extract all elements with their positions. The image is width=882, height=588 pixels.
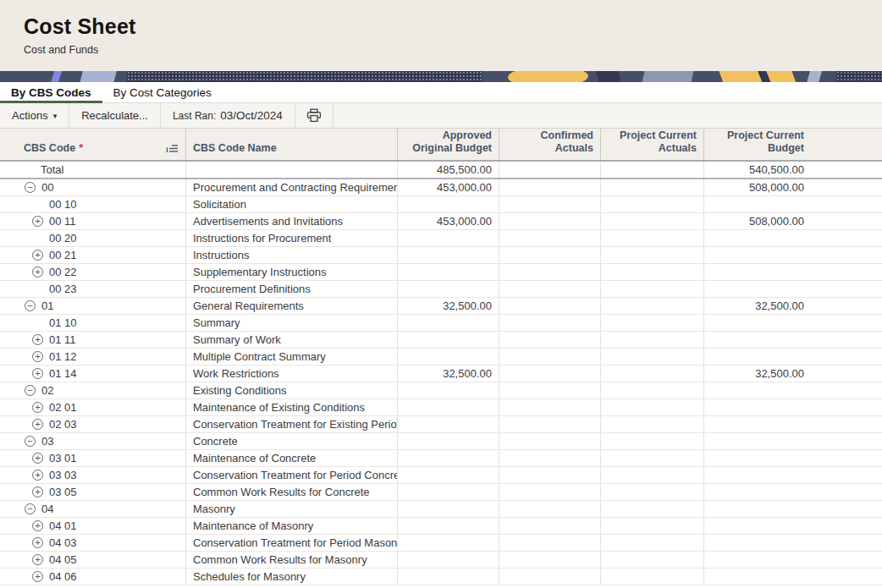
project-current-budget-cell [704, 450, 882, 466]
project-current-budget-cell [704, 535, 882, 551]
cbs-code-cell: 01 10 [0, 315, 186, 331]
cbs-code-cell: + 04 01 [0, 518, 186, 534]
tree-expand-icon[interactable]: + [32, 554, 43, 565]
table-row[interactable]: − 04 Masonry [0, 501, 882, 518]
cbs-code-name-cell: Conservation Treatment for Period Masonr… [186, 535, 398, 551]
cbs-code-cell: + 02 01 [0, 399, 186, 415]
tree-expand-icon[interactable]: + [32, 537, 43, 548]
tree-expand-icon[interactable]: + [32, 216, 43, 227]
approved-original-budget-cell [398, 501, 499, 517]
cbs-code-cell: + 03 01 [0, 450, 186, 466]
approved-original-budget-cell [398, 196, 499, 212]
tree-expand-icon[interactable]: + [32, 267, 43, 278]
table-row[interactable]: − 01 General Requirements 32,500.00 32,5… [0, 298, 882, 315]
tree-expand-icon[interactable]: + [32, 486, 43, 497]
table-row[interactable]: + 04 05 Common Work Results for Masonry [0, 552, 882, 569]
tree-collapse-icon[interactable]: − [25, 436, 36, 447]
table-row[interactable]: + 02 01 Maintenance of Existing Conditio… [0, 399, 882, 416]
project-current-actuals-cell [601, 213, 704, 229]
cbs-code-label: 03 01 [49, 452, 77, 464]
print-button[interactable] [295, 103, 333, 128]
last-ran-label: Last Ran: [173, 110, 216, 122]
column-header-cbs-code-name[interactable]: CBS Code Name [186, 129, 398, 160]
actions-menu-button[interactable]: Actions ▾ [0, 103, 69, 128]
table-row[interactable]: 00 10 Solicitation [0, 196, 882, 213]
column-header-project-current-actuals[interactable]: Project Current Actuals [601, 129, 704, 160]
column-header-label: Project Current Actuals [608, 129, 697, 156]
table-row[interactable]: + 00 22 Supplementary Instructions [0, 264, 882, 281]
cbs-code-name-cell [186, 162, 398, 178]
project-current-budget-cell [704, 467, 882, 483]
tab-by-cbs-codes[interactable]: By CBS Codes [0, 82, 102, 102]
table-row[interactable]: + 01 11 Summary of Work [0, 332, 882, 349]
project-current-actuals-cell [601, 230, 704, 246]
cbs-code-name-cell: Summary of Work [186, 332, 398, 348]
tree-expand-icon[interactable]: + [32, 470, 43, 481]
table-row[interactable]: + 03 01 Maintenance of Concrete [0, 450, 882, 467]
approved-original-budget-cell [398, 399, 499, 415]
table-row[interactable]: + 04 03 Conservation Treatment for Perio… [0, 535, 882, 552]
project-current-actuals-cell [601, 450, 704, 466]
project-current-actuals-cell [601, 518, 704, 534]
table-row[interactable]: + 04 06 Schedules for Masonry [0, 569, 882, 585]
tree-expand-icon[interactable]: + [32, 334, 43, 345]
tree-collapse-icon[interactable]: − [25, 182, 36, 193]
project-current-actuals-cell [601, 281, 704, 297]
table-row[interactable]: 00 20 Instructions for Procurement [0, 230, 882, 247]
approved-original-budget-cell [398, 332, 499, 348]
table-row[interactable]: + 01 12 Multiple Contract Summary [0, 349, 882, 365]
last-ran-date: 03/Oct/2024 [220, 109, 283, 122]
tree-expand-icon[interactable]: + [32, 351, 43, 362]
table-row[interactable]: + 01 14 Work Restrictions 32,500.00 32,5… [0, 365, 882, 382]
project-current-actuals-cell [601, 467, 704, 483]
tree-expand-icon[interactable]: + [32, 419, 43, 430]
column-header-cbs-code[interactable]: CBS Code* [0, 129, 186, 160]
project-current-actuals-cell [601, 365, 704, 382]
cbs-code-label: 03 05 [49, 486, 77, 498]
cbs-code-cell: + 04 03 [0, 535, 186, 551]
table-row[interactable]: + 02 03 Conservation Treatment for Exist… [0, 416, 882, 433]
column-header-confirmed-actuals[interactable]: Confirmed Actuals [499, 129, 601, 160]
last-ran-status: Last Ran: 03/Oct/2024 [161, 103, 295, 128]
project-current-actuals-cell [601, 484, 704, 500]
tree-expand-icon[interactable]: + [32, 368, 43, 379]
tree-collapse-icon[interactable]: − [25, 300, 36, 311]
confirmed-actuals-cell [499, 467, 601, 483]
tab-by-cost-categories[interactable]: By Cost Categories [102, 82, 223, 102]
recalculate-button[interactable]: Recalculate... [69, 103, 160, 128]
table-row[interactable]: + 04 01 Maintenance of Masonry [0, 518, 882, 535]
tree-collapse-icon[interactable]: − [25, 503, 36, 514]
project-current-actuals-cell [601, 399, 704, 415]
table-row[interactable]: + 03 05 Common Work Results for Concrete [0, 484, 882, 501]
tree-expand-icon[interactable]: + [32, 402, 43, 413]
table-row[interactable]: + 00 11 Advertisements and Invitations 4… [0, 213, 882, 230]
tree-expand-icon[interactable]: + [32, 453, 43, 464]
approved-original-budget-cell: 453,000.00 [398, 179, 499, 195]
cbs-code-name-cell: Schedules for Masonry [186, 569, 398, 585]
tree-collapse-icon[interactable]: − [25, 385, 36, 396]
table-row[interactable]: − 00 Procurement and Contracting Require… [0, 179, 882, 196]
column-header-project-current-budget[interactable]: Project Current Budget [704, 129, 882, 160]
project-current-budget-cell [704, 501, 882, 517]
column-header-label: CBS Code* [24, 142, 83, 156]
cbs-code-cell: + 03 03 [0, 467, 186, 483]
table-row[interactable]: Total 485,500.00 540,500.00 [0, 162, 882, 179]
column-header-approved-original-budget[interactable]: Approved Original Budget [398, 129, 499, 160]
table-row[interactable]: + 00 21 Instructions [0, 247, 882, 264]
tab-bar: By CBS Codes By Cost Categories [0, 82, 882, 103]
cbs-code-cell: 00 20 [0, 230, 186, 246]
table-row[interactable]: 00 23 Procurement Definitions [0, 281, 882, 298]
cbs-code-name-cell: Summary [186, 315, 398, 331]
tree-expand-icon[interactable]: + [32, 250, 43, 261]
tree-expand-icon[interactable]: + [32, 571, 43, 582]
approved-original-budget-cell [398, 315, 499, 331]
hierarchy-icon[interactable] [166, 144, 179, 155]
cbs-code-label: 02 03 [49, 418, 77, 431]
tree-expand-icon[interactable]: + [32, 520, 43, 531]
table-row[interactable]: − 03 Concrete [0, 433, 882, 450]
confirmed-actuals-cell [499, 213, 601, 229]
banner-shape [642, 71, 695, 82]
table-row[interactable]: + 03 03 Conservation Treatment for Perio… [0, 467, 882, 484]
table-row[interactable]: − 02 Existing Conditions [0, 382, 882, 399]
table-row[interactable]: 01 10 Summary [0, 315, 882, 332]
